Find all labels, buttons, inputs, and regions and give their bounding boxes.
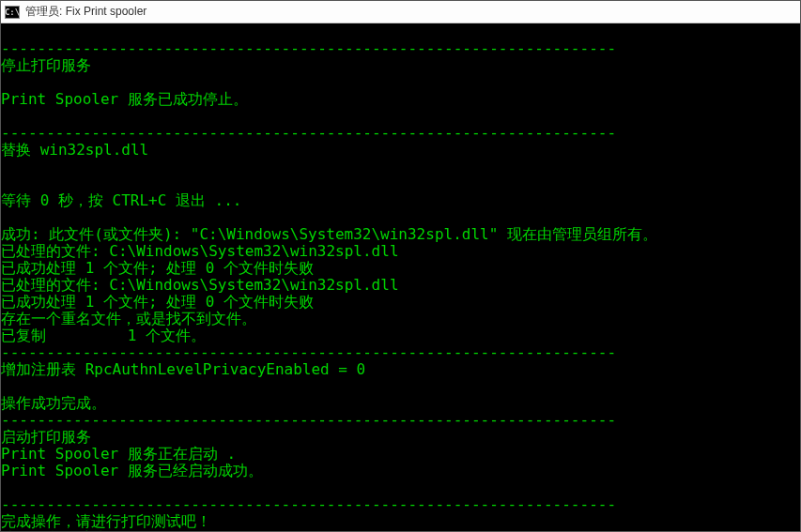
console-line: 存在一个重名文件，或是找不到文件。 [1,311,800,327]
console-line [1,209,800,226]
window-title: 管理员: Fix Print spooler [25,4,146,20]
console-line: 成功: 此文件(或文件夹): "C:\Windows\System32\win3… [1,226,800,243]
console-output: ----------------------------------------… [1,23,800,531]
console-line: 已处理的文件: C:\Windows\System32\win32spl.dll [1,277,800,294]
console-line: 已复制 1 个文件。 [1,327,800,344]
console-line: 请按任意键继续. . . [1,530,800,531]
title-bar[interactable]: C:\ 管理员: Fix Print spooler [1,1,800,23]
console-line: Print Spooler 服务已经启动成功。 [1,463,800,479]
console-line: ----------------------------------------… [1,125,800,142]
console-icon: C:\ [5,6,20,19]
console-line: ----------------------------------------… [1,40,800,57]
console-line: 等待 0 秒，按 CTRL+C 退出 ... [1,192,800,209]
console-line: ----------------------------------------… [1,496,800,513]
console-area[interactable]: ----------------------------------------… [1,23,800,531]
console-line: 操作成功完成。 [1,395,800,412]
console-line: Print Spooler 服务正在启动 . [1,446,800,463]
console-line: 已成功处理 1 个文件; 处理 0 个文件时失败 [1,294,800,311]
console-line [1,479,800,496]
console-line [1,175,800,192]
console-line: 启动打印服务 [1,429,800,446]
console-line: 增加注册表 RpcAuthnLevelPrivacyEnabled = 0 [1,361,800,378]
console-line: Print Spooler 服务已成功停止。 [1,91,800,108]
console-line: 停止打印服务 [1,57,800,74]
console-line: 已成功处理 1 个文件; 处理 0 个文件时失败 [1,260,800,277]
console-line [1,23,800,40]
console-line: 替换 win32spl.dll [1,142,800,159]
cmd-window: C:\ 管理员: Fix Print spooler -------------… [0,0,801,532]
console-line [1,74,800,91]
console-line: ----------------------------------------… [1,412,800,429]
console-line [1,378,800,395]
console-line: 完成操作，请进行打印测试吧！ [1,513,800,530]
console-line: ----------------------------------------… [1,344,800,361]
console-line [1,108,800,125]
console-line [1,159,800,175]
console-line: 已处理的文件: C:\Windows\System32\win32spl.dll [1,243,800,260]
